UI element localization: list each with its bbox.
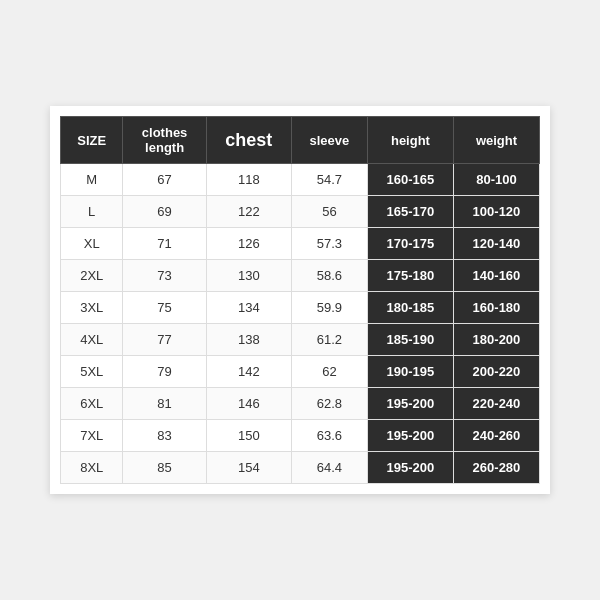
cell-chest: 134 [206,292,291,324]
cell-height: 165-170 [367,196,453,228]
table-row: 5XL 79 142 62 190-195 200-220 [61,356,540,388]
cell-height: 180-185 [367,292,453,324]
cell-sleeve: 63.6 [291,420,367,452]
cell-height: 195-200 [367,420,453,452]
cell-length: 77 [123,324,206,356]
cell-sleeve: 58.6 [291,260,367,292]
cell-weight: 120-140 [453,228,539,260]
cell-size: 3XL [61,292,123,324]
cell-sleeve: 64.4 [291,452,367,484]
cell-chest: 146 [206,388,291,420]
table-row: L 69 122 56 165-170 100-120 [61,196,540,228]
cell-weight: 80-100 [453,164,539,196]
cell-length: 73 [123,260,206,292]
cell-length: 75 [123,292,206,324]
cell-chest: 142 [206,356,291,388]
table-row: 3XL 75 134 59.9 180-185 160-180 [61,292,540,324]
cell-length: 69 [123,196,206,228]
cell-chest: 130 [206,260,291,292]
header-chest: chest [206,117,291,164]
table-header-row: SIZE clotheslength chest sleeve height w… [61,117,540,164]
cell-height: 170-175 [367,228,453,260]
cell-length: 85 [123,452,206,484]
header-sleeve: sleeve [291,117,367,164]
header-weight: weight [453,117,539,164]
cell-chest: 150 [206,420,291,452]
cell-length: 83 [123,420,206,452]
cell-weight: 140-160 [453,260,539,292]
cell-height: 185-190 [367,324,453,356]
cell-sleeve: 62 [291,356,367,388]
table-row: 6XL 81 146 62.8 195-200 220-240 [61,388,540,420]
table-row: 2XL 73 130 58.6 175-180 140-160 [61,260,540,292]
cell-length: 67 [123,164,206,196]
cell-height: 175-180 [367,260,453,292]
size-chart-container: SIZE clotheslength chest sleeve height w… [50,106,550,494]
cell-chest: 138 [206,324,291,356]
cell-height: 190-195 [367,356,453,388]
cell-height: 195-200 [367,452,453,484]
cell-size: L [61,196,123,228]
table-row: 7XL 83 150 63.6 195-200 240-260 [61,420,540,452]
cell-size: 8XL [61,452,123,484]
cell-height: 160-165 [367,164,453,196]
cell-height: 195-200 [367,388,453,420]
cell-weight: 240-260 [453,420,539,452]
header-height: height [367,117,453,164]
cell-size: M [61,164,123,196]
cell-weight: 100-120 [453,196,539,228]
cell-size: 6XL [61,388,123,420]
size-chart-table: SIZE clotheslength chest sleeve height w… [60,116,540,484]
cell-size: 2XL [61,260,123,292]
cell-chest: 126 [206,228,291,260]
cell-size: XL [61,228,123,260]
cell-weight: 220-240 [453,388,539,420]
table-row: XL 71 126 57.3 170-175 120-140 [61,228,540,260]
cell-weight: 180-200 [453,324,539,356]
cell-sleeve: 56 [291,196,367,228]
cell-chest: 122 [206,196,291,228]
cell-sleeve: 62.8 [291,388,367,420]
table-body: M 67 118 54.7 160-165 80-100 L 69 122 56… [61,164,540,484]
cell-weight: 200-220 [453,356,539,388]
cell-size: 5XL [61,356,123,388]
cell-chest: 154 [206,452,291,484]
cell-sleeve: 61.2 [291,324,367,356]
cell-length: 79 [123,356,206,388]
header-size: SIZE [61,117,123,164]
cell-weight: 160-180 [453,292,539,324]
cell-sleeve: 57.3 [291,228,367,260]
table-row: 4XL 77 138 61.2 185-190 180-200 [61,324,540,356]
table-row: M 67 118 54.7 160-165 80-100 [61,164,540,196]
cell-weight: 260-280 [453,452,539,484]
header-length: clotheslength [123,117,206,164]
cell-chest: 118 [206,164,291,196]
table-row: 8XL 85 154 64.4 195-200 260-280 [61,452,540,484]
cell-size: 7XL [61,420,123,452]
cell-sleeve: 59.9 [291,292,367,324]
cell-sleeve: 54.7 [291,164,367,196]
cell-size: 4XL [61,324,123,356]
cell-length: 71 [123,228,206,260]
cell-length: 81 [123,388,206,420]
